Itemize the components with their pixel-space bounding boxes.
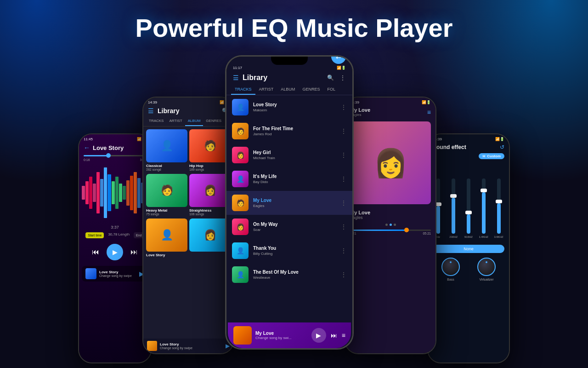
track-my-love[interactable]: 🧑 My Love Eagles ⋮ xyxy=(226,191,352,215)
tab-genres-3[interactable]: GENRES xyxy=(299,85,323,95)
np-thumb-2 xyxy=(147,341,157,351)
track-love-story[interactable]: 👤 Love Story Maksem ⋮ xyxy=(226,95,352,119)
page-dots xyxy=(345,221,435,229)
phones-container: 11:45 📶🔋 ← Love Story 0:16 3:37 xyxy=(0,55,588,350)
eq-band-5: 3.6KHZ xyxy=(492,178,505,238)
track-hey-girl[interactable]: 👩 Hey Girl Michael Train ⋮ xyxy=(226,143,352,167)
p4-progress-bar[interactable] xyxy=(350,230,431,231)
status-bar-5: 14:39 📶🔋 xyxy=(428,134,509,142)
library-tabs: TRACKS ARTIST ALBUM GENRES FOL xyxy=(143,116,233,126)
album-lovestory[interactable]: 👤 Love Story xyxy=(146,218,187,258)
np-bar-playlist-btn[interactable]: ≡ xyxy=(342,332,345,339)
phone-now-playing: 14:39 📶🔋 My Love Eagles ≡ 👩 My Love Eagl… xyxy=(345,97,436,354)
menu-icon-3[interactable]: ☰ xyxy=(233,74,239,81)
controls-4: ➕ ⏮ ⏸ ⏭ ⇄ xyxy=(345,242,428,353)
track-thumb-1: 👤 xyxy=(232,99,249,115)
custom-badge[interactable]: HCustom xyxy=(479,153,504,159)
bass-knob[interactable] xyxy=(441,258,460,276)
bottom-bar-2: Love Story Change song by swipe ▶ xyxy=(143,339,233,353)
album-extra[interactable]: 👩 xyxy=(189,218,231,258)
page-title: Powerful EQ Music Player xyxy=(0,13,588,43)
start-time-btn[interactable]: Start time xyxy=(85,232,104,238)
track-thumb-5: 🧑 xyxy=(232,195,249,211)
progress-bar[interactable] xyxy=(84,155,146,156)
tab-artist-3[interactable]: ARTIST xyxy=(255,85,277,95)
track-thumb-2: 🧑 xyxy=(232,123,249,139)
search-icon-3[interactable]: 🔍 xyxy=(327,75,334,81)
album-art: 👩 xyxy=(350,121,431,204)
status-bar-2: 14:39 📶🔋 xyxy=(143,98,233,105)
tab-tracks[interactable]: TRACKS xyxy=(146,116,166,126)
now-playing-bar: Love Story Change song by swipe ▶ xyxy=(82,266,148,282)
menu-icon[interactable]: ☰ xyxy=(148,107,154,115)
eq-band-3: 910HZ xyxy=(462,178,475,238)
tab-album[interactable]: ALBUM xyxy=(185,116,204,126)
status-bar-4: 14:39 📶🔋 xyxy=(345,98,435,105)
np-bar-next-btn[interactable]: ⏭ xyxy=(331,332,337,339)
track-thumb-6: 👩 xyxy=(232,218,249,235)
track-best-of-my-love[interactable]: 👤 The Best Of My Love Westleave ⋮ xyxy=(226,263,352,287)
tracks-tabs: TRACKS ARTIST ALBUM GENRES FOL xyxy=(226,85,352,95)
refresh-icon-5[interactable]: ↺ xyxy=(500,144,504,150)
p4-times: 0:21 05:21 xyxy=(350,231,431,236)
tab-tracks-active[interactable]: TRACKS xyxy=(231,85,255,95)
eq-sliders: Hz 230HZ 910HZ xyxy=(428,160,509,243)
track-more-3[interactable]: ⋮ xyxy=(340,151,347,159)
none-btn[interactable]: None xyxy=(433,245,504,253)
next-btn[interactable]: ⏭ xyxy=(130,248,138,256)
back-icon[interactable]: ← xyxy=(84,144,90,151)
virtualizer-knob[interactable] xyxy=(477,258,496,276)
track-more-8[interactable]: ⋮ xyxy=(340,271,347,278)
album-heavymetal[interactable]: 🧑 Heavy Metal 75 songs xyxy=(146,174,187,217)
custom-badge-row: HCustom xyxy=(428,152,509,160)
track-its-my-life[interactable]: 👤 It's My Life Bay Dido ⋮ xyxy=(226,167,352,191)
track-for-the-first-time[interactable]: 🧑 For The Firet Time James Rod ⋮ xyxy=(226,119,352,143)
play-btn[interactable]: ▶ xyxy=(107,244,123,260)
bottom-time: 3:37 xyxy=(79,224,151,230)
track-on-my-way[interactable]: 👩 On My Way Scar ⋮ xyxy=(226,215,352,239)
more-icon-3[interactable]: ⋮ xyxy=(339,74,346,81)
progress-area-4: 0:21 05:21 xyxy=(345,229,435,237)
tab-genres[interactable]: GENRES xyxy=(203,116,224,126)
status-bar-3: 11:17 📶🔋 xyxy=(226,65,352,71)
tab-artist[interactable]: ARTIST xyxy=(166,116,185,126)
track-more-1[interactable]: ⋮ xyxy=(340,104,347,111)
app-header-3: ☰ Library 🔍 ⋮ xyxy=(226,71,352,85)
tab-album-3[interactable]: ALBUM xyxy=(277,85,299,95)
album-classical[interactable]: 👤 Classical 282 songd xyxy=(146,129,187,172)
track-thumb-4: 👤 xyxy=(232,171,249,187)
phone-library-album: 14:39 📶🔋 ☰ Library 🔍 TRACKS ARTIST ALBUM… xyxy=(142,97,234,354)
prev-btn[interactable]: ⏮ xyxy=(92,248,99,256)
album-grid: 👤 Classical 282 songd 🧑 Hip Hop 189 song… xyxy=(143,126,233,261)
track-more-7[interactable]: ⋮ xyxy=(340,247,347,254)
eq-band-2: 230HZ xyxy=(447,178,460,238)
notch xyxy=(271,57,308,65)
np-bar-play-btn[interactable]: ▶ xyxy=(311,328,326,343)
phone-eq: 14:39 📶🔋 Sound effect ↺ HCustom xyxy=(427,133,510,363)
np-thumb xyxy=(85,268,96,279)
track-more-4[interactable]: ⋮ xyxy=(340,175,347,183)
track-more-2[interactable]: ⋮ xyxy=(340,127,347,135)
shuffle-btn[interactable]: ⇄ xyxy=(331,57,346,64)
tab-fol-3[interactable]: FOL xyxy=(323,85,339,95)
track-more-6[interactable]: ⋮ xyxy=(340,223,347,230)
track-thumb-3: 👩 xyxy=(232,147,249,163)
np-bar-thumb xyxy=(233,326,252,345)
phone-music-player: 11:45 📶🔋 ← Love Story 0:16 3:37 xyxy=(78,133,152,363)
track-more-5[interactable]: ⋮ xyxy=(340,199,347,207)
phone-library-tracks: 11:17 📶🔋 ☰ Library 🔍 ⋮ TRACKS ARTIST ALB… xyxy=(225,55,354,350)
virtualizer-knob-col: Virtualizer xyxy=(477,258,496,281)
player-header: ← Love Story xyxy=(79,142,151,153)
time-controls[interactable]: Start time 30,78 Length End xyxy=(79,230,151,240)
album-hiphop[interactable]: 🧑 Hip Hop 189 songs xyxy=(189,129,231,172)
album-straightness[interactable]: 👩 Straightness 106 songs xyxy=(189,174,231,217)
app-header-2: ☰ Library 🔍 xyxy=(143,105,233,116)
playlist-icon-4[interactable]: ≡ xyxy=(427,109,431,116)
track-thank-you[interactable]: 👤 Thank You Billy Cutting ⋮ xyxy=(226,239,352,263)
track-thumb-7: 👤 xyxy=(232,242,249,259)
eq-band-4: 1.4KHZ xyxy=(477,178,490,238)
time-labels: 0:16 3:37 xyxy=(79,158,151,161)
status-bar-1: 11:45 📶🔋 xyxy=(79,134,151,142)
waveform xyxy=(82,165,148,220)
playback-controls: ⏮ ▶ ⏭ xyxy=(79,240,151,264)
